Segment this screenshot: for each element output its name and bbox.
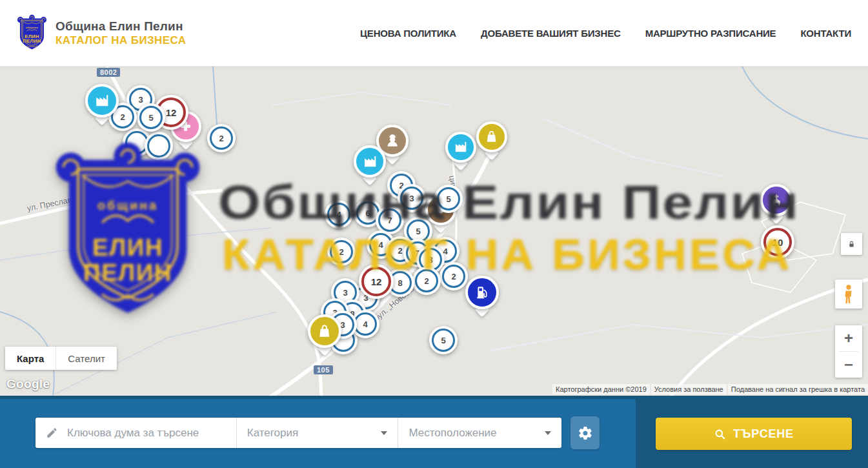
- map-pin-factory[interactable]: [85, 84, 119, 117]
- map-cluster-marker[interactable]: 2: [327, 238, 356, 266]
- map-cluster-marker[interactable]: 10: [761, 225, 794, 259]
- chevron-down-icon: [381, 431, 387, 435]
- site-subtitle: КАТАЛОГ НА БИЗНЕСА: [56, 34, 186, 47]
- chevron-down-icon: [545, 431, 551, 435]
- cluster-count: 3: [343, 288, 347, 298]
- map-pin-shopping-bag[interactable]: [476, 121, 507, 152]
- map-cluster-marker[interactable]: 12: [359, 264, 394, 299]
- cluster-count: 2: [219, 134, 223, 143]
- search-form: Категория Местоположение: [35, 418, 561, 448]
- gear-icon: [578, 425, 593, 441]
- cluster-count: 2: [451, 272, 456, 281]
- shopping-bag-icon: [316, 323, 333, 340]
- cluster-count: 5: [416, 227, 420, 236]
- pegman-icon: [842, 284, 856, 305]
- map-type-satellite-button[interactable]: Сателит: [56, 347, 117, 370]
- cluster-count: 5: [148, 113, 153, 123]
- page: община ЕЛИН ПЕЛИН Община Елин Пелин КАТА…: [0, 0, 868, 468]
- map-cluster-marker[interactable]: 2: [207, 124, 236, 152]
- factory-icon: [94, 92, 110, 109]
- cluster-count: 12: [371, 276, 382, 287]
- cluster-count: 6: [365, 209, 370, 218]
- pencil-icon: [46, 427, 58, 439]
- fuel-icon: [474, 284, 490, 301]
- pin-disc: [760, 184, 792, 216]
- worker-icon: [385, 133, 400, 148]
- map-pin-factory[interactable]: [354, 145, 386, 178]
- cluster-count: 4: [363, 320, 367, 329]
- cluster-count: 2: [398, 246, 402, 256]
- pin-disc: [445, 132, 476, 163]
- main-nav: ЦЕНОВА ПОЛИТИКА ДОБАВЕТЕ ВАШИЯТ БИЗНЕС М…: [360, 28, 851, 39]
- map-pin-factory[interactable]: [445, 132, 476, 163]
- factory-icon: [453, 139, 468, 154]
- map-cluster-marker[interactable]: 2: [439, 262, 468, 290]
- attribution-copyright: Картографски данни ©2019: [552, 384, 650, 394]
- cluster-count: 2: [339, 247, 343, 257]
- map-pin-church[interactable]: [760, 184, 792, 216]
- zoom-in-button[interactable]: +: [835, 325, 862, 351]
- keyword-field-wrap: [35, 418, 236, 448]
- site-logo[interactable]: община ЕЛИН ПЕЛИН Община Елин Пелин КАТА…: [17, 14, 186, 52]
- map-cluster-marker[interactable]: 4: [325, 200, 353, 229]
- map-pin-fuel[interactable]: [465, 276, 499, 309]
- cluster-count: 8: [398, 278, 402, 288]
- municipality-crest-icon: община ЕЛИН ПЕЛИН: [17, 14, 47, 52]
- map-type-map-button[interactable]: Карта: [5, 347, 56, 370]
- zoom-out-button[interactable]: −: [835, 352, 862, 378]
- cluster-count: 3: [138, 95, 143, 105]
- cluster-count: 5: [441, 336, 445, 345]
- cluster-count: 4: [378, 240, 383, 250]
- search-bar: Категория Местоположение ТЪРСЕНЕ: [0, 396, 868, 468]
- cluster-count: 12: [166, 107, 177, 118]
- cluster-count: 8: [428, 255, 432, 265]
- report-error-link[interactable]: Подаване на сигнал за грешка в картата: [728, 384, 868, 394]
- street-view-pegman-button[interactable]: [835, 280, 862, 309]
- pin-disc: [354, 145, 386, 178]
- location-select-value: Местоположение: [409, 427, 496, 440]
- map-cluster-marker[interactable]: 3: [398, 184, 426, 212]
- pin-disc: [476, 121, 507, 152]
- map-cluster-marker[interactable]: 5: [429, 326, 458, 354]
- pin-disc: [465, 276, 499, 309]
- nav-item-pricing[interactable]: ЦЕНОВА ПОЛИТИКА: [360, 28, 456, 39]
- category-select-value: Категория: [247, 427, 298, 440]
- google-logo[interactable]: Google: [6, 377, 50, 391]
- map-canvas[interactable]: 8002105ул. Преславбул. „Новоселции 31252…: [0, 66, 868, 396]
- site-title: Община Елин Пелин: [56, 19, 186, 34]
- search-icon: [714, 428, 726, 440]
- road-number-badge: 8002: [97, 68, 120, 77]
- cluster-count: 10: [772, 237, 783, 248]
- pin-disc: [85, 84, 119, 117]
- location-select[interactable]: Местоположение: [398, 418, 561, 448]
- map-type-control: Карта Сателит: [5, 347, 117, 370]
- cluster-count: 7: [387, 216, 392, 225]
- nav-item-contacts[interactable]: КОНТАКТИ: [800, 28, 851, 39]
- map-cluster-marker[interactable]: 5: [137, 103, 165, 132]
- terms-link[interactable]: Условия за ползване: [651, 384, 727, 394]
- cluster-count: 4: [336, 210, 341, 219]
- map-cluster-marker[interactable]: 2: [412, 267, 441, 295]
- lock-button[interactable]: [841, 233, 862, 255]
- category-select[interactable]: Категория: [237, 418, 398, 448]
- search-button-label: ТЪРСЕНЕ: [733, 427, 794, 441]
- svg-text:ПЕЛИН: ПЕЛИН: [23, 38, 41, 44]
- cluster-count: 2: [120, 112, 125, 122]
- map-cluster-marker[interactable]: 5: [434, 185, 463, 213]
- map-pin-shopping-bag[interactable]: [308, 314, 341, 348]
- nav-item-schedule[interactable]: МАРШРУТНО РАЗПИСАНИЕ: [645, 28, 776, 39]
- keyword-input[interactable]: [66, 426, 236, 440]
- svg-text:община: община: [26, 26, 38, 29]
- church-icon: [769, 192, 784, 208]
- street-name-label: ул. Преслав: [26, 196, 73, 213]
- road-number-badge: 105: [314, 365, 333, 374]
- cluster-count: 3: [409, 194, 414, 203]
- map-cluster-marker[interactable]: [145, 132, 173, 160]
- advanced-settings-button[interactable]: [570, 416, 600, 449]
- site-header: община ЕЛИН ПЕЛИН Община Елин Пелин КАТА…: [0, 0, 868, 66]
- shopping-bag-icon: [484, 129, 499, 144]
- cluster-count: 5: [446, 194, 450, 204]
- map-attribution: Картографски данни ©2019 Условия за полз…: [552, 384, 868, 394]
- nav-item-add-business[interactable]: ДОБАВЕТЕ ВАШИЯТ БИЗНЕС: [481, 28, 621, 39]
- search-button[interactable]: ТЪРСЕНЕ: [656, 418, 852, 450]
